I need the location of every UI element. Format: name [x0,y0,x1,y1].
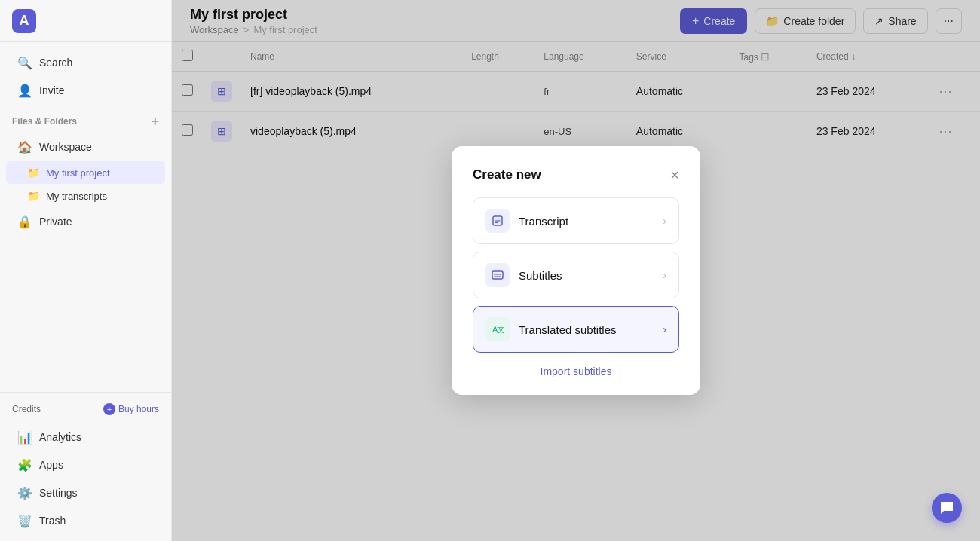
transcript-label: Transcript [519,215,568,228]
translated-subtitles-arrow-icon: › [663,323,666,335]
buy-hours-button[interactable]: + Buy hours [103,403,159,415]
subtitles-label: Subtitles [519,269,562,282]
sidebar-navigation: 🔍 Search 👤 Invite Files & Folders + 🏠 Wo… [0,42,171,392]
sidebar-item-trash[interactable]: 🗑️ Trash [6,507,165,534]
translated-subtitles-icon: A 文 [485,317,510,341]
subtitles-arrow-icon: › [663,269,666,281]
sidebar: A 🔍 Search 👤 Invite Files & Folders + 🏠 … [0,0,172,541]
option-subtitles[interactable]: Subtitles › [473,252,679,298]
plus-circle-icon: + [103,403,115,415]
settings-icon: ⚙️ [18,486,32,500]
credits-label: Credits [12,404,41,414]
import-subtitles-link[interactable]: Import subtitles [541,365,612,377]
analytics-icon: 📊 [18,430,32,444]
folder-icon: 📁 [27,190,40,202]
sidebar-logo: A [0,0,171,42]
trash-label: Trash [39,515,66,527]
sidebar-item-my-first-project[interactable]: 📁 My first project [6,161,165,184]
sidebar-item-private[interactable]: 🔒 Private [6,208,165,235]
option-translated-subtitles[interactable]: A 文 Translated subtitles › [473,306,679,353]
svg-text:文: 文 [497,325,504,334]
sidebar-item-workspace[interactable]: 🏠 Workspace [6,133,165,160]
modal-header: Create new × [473,167,679,182]
option-translated-subtitles-left: A 文 Translated subtitles [485,317,617,341]
workspace-label: Workspace [39,141,92,153]
sidebar-item-apps[interactable]: 🧩 Apps [6,451,165,478]
buy-hours-label: Buy hours [118,404,159,414]
svg-rect-4 [492,271,503,279]
apps-label: Apps [39,459,63,471]
modal-overlay[interactable]: Create new × Transcript › [172,0,980,541]
option-transcript[interactable]: Transcript › [473,197,679,244]
option-transcript-left: Transcript [485,209,568,233]
credits-bar: Credits + Buy hours [0,399,171,423]
invite-icon: 👤 [18,84,32,97]
tree-item-label: My first project [46,167,110,179]
chat-bubble-button[interactable] [932,493,962,523]
settings-label: Settings [39,487,78,499]
sidebar-item-search-label: Search [39,57,72,69]
private-label: Private [39,215,72,228]
sidebar-item-settings[interactable]: ⚙️ Settings [6,479,165,506]
create-new-modal: Create new × Transcript › [452,146,700,395]
modal-title: Create new [473,167,541,182]
modal-import: Import subtitles [473,360,679,378]
sidebar-item-invite[interactable]: 👤 Invite [6,77,165,104]
search-icon: 🔍 [18,56,32,69]
transcript-icon [485,209,510,233]
files-section-header: Files & Folders + [0,110,171,133]
add-folder-button[interactable]: + [151,115,159,128]
app-logo: A [12,9,36,33]
workspace-icon: 🏠 [18,140,32,154]
tree-item-label: My transcripts [46,191,107,202]
apps-icon: 🧩 [18,458,32,472]
private-icon: 🔒 [18,215,32,228]
modal-close-button[interactable]: × [670,167,679,182]
option-subtitles-left: Subtitles [485,263,562,287]
sidebar-item-invite-label: Invite [39,84,64,96]
transcript-arrow-icon: › [663,215,666,227]
main-content: My first project Workspace > My first pr… [172,0,980,541]
subtitles-icon [485,263,510,287]
folder-icon: 📁 [27,167,40,179]
sidebar-item-analytics[interactable]: 📊 Analytics [6,423,165,451]
sidebar-bottom: Credits + Buy hours 📊 Analytics 🧩 Apps ⚙… [0,392,171,541]
sidebar-item-my-transcripts[interactable]: 📁 My transcripts [6,185,165,207]
trash-icon: 🗑️ [18,514,32,527]
sidebar-item-search[interactable]: 🔍 Search [6,49,165,76]
translated-subtitles-label: Translated subtitles [519,323,617,336]
analytics-label: Analytics [39,431,81,443]
